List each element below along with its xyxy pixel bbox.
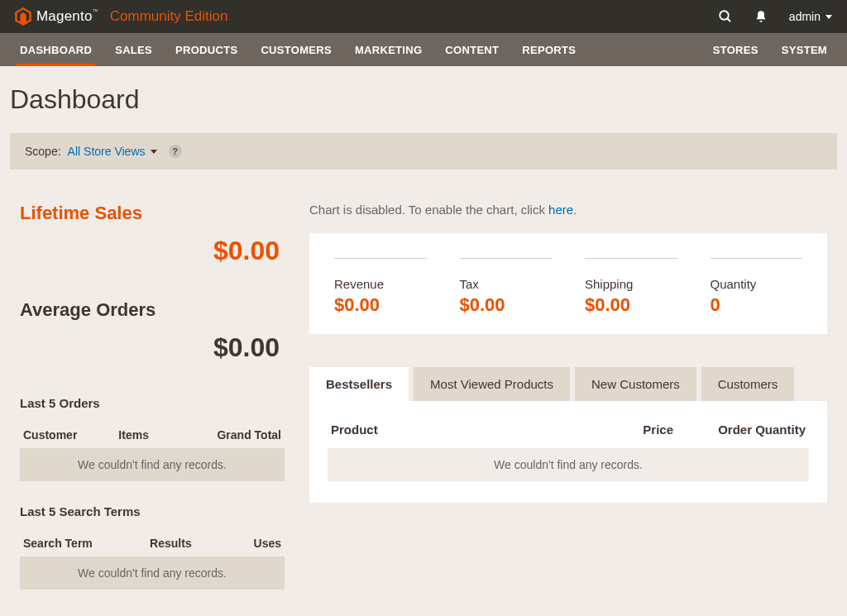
nav-products[interactable]: PRODUCTS [164, 33, 249, 66]
stat-label: Shipping [585, 277, 677, 291]
page-title: Dashboard [10, 84, 837, 115]
stat-shipping: Shipping $0.00 [585, 258, 677, 316]
nav-sales[interactable]: SALES [103, 33, 164, 66]
stat-label: Tax [460, 277, 553, 291]
svg-line-1 [727, 18, 730, 21]
nav-content[interactable]: CONTENT [433, 33, 510, 66]
col-price[interactable]: Price [577, 416, 677, 448]
stat-label: Quantity [711, 277, 803, 291]
sidebar-metrics: Lifetime Sales $0.00 Average Orders $0.0… [20, 203, 285, 613]
bell-icon[interactable] [754, 9, 768, 24]
average-orders-value: $0.00 [20, 332, 285, 363]
nav-system[interactable]: SYSTEM [770, 33, 839, 66]
stat-revenue: Revenue $0.00 [334, 258, 427, 316]
nav-stores[interactable]: STORES [701, 33, 770, 66]
col-results[interactable]: Results [146, 530, 227, 556]
col-product[interactable]: Product [328, 416, 577, 448]
search-icon[interactable] [718, 9, 733, 24]
last-searches-empty: We couldn't find any records. [20, 556, 285, 590]
tab-most-viewed[interactable]: Most Viewed Products [414, 367, 570, 401]
stat-tax: Tax $0.00 [460, 258, 553, 316]
stat-quantity: Quantity 0 [711, 258, 803, 316]
last-orders-section: Last 5 Orders Customer Items Grand Total… [20, 396, 285, 481]
brand-name: Magento™ [36, 8, 98, 25]
col-items[interactable]: Items [115, 422, 173, 448]
scope-bar: Scope: All Store Views ? [10, 133, 837, 170]
tab-new-customers[interactable]: New Customers [575, 367, 696, 401]
tabs: Bestsellers Most Viewed Products New Cus… [309, 367, 827, 401]
last-orders-empty: We couldn't find any records. [20, 448, 285, 481]
scope-value: All Store Views [68, 145, 146, 158]
tab-customers[interactable]: Customers [701, 367, 795, 401]
scope-label: Scope: [25, 145, 61, 158]
chart-notice: Chart is disabled. To enable the chart, … [309, 203, 827, 217]
last-searches-title: Last 5 Search Terms [20, 504, 285, 518]
bestsellers-empty: We couldn't find any records. [328, 448, 809, 481]
last-searches-section: Last 5 Search Terms Search Term Results … [20, 504, 285, 590]
main-nav: DASHBOARD SALES PRODUCTS CUSTOMERS MARKE… [0, 33, 847, 66]
nav-customers[interactable]: CUSTOMERS [249, 33, 343, 66]
nav-reports[interactable]: REPORTS [510, 33, 587, 66]
stat-label: Revenue [334, 277, 427, 291]
page-content: Dashboard Scope: All Store Views ? Lifet… [0, 66, 847, 613]
col-uses[interactable]: Uses [227, 530, 285, 556]
stat-value: $0.00 [585, 294, 677, 316]
topbar: Magento™ Community Edition admin [0, 0, 847, 33]
lifetime-sales-label: Lifetime Sales [20, 203, 285, 224]
help-icon[interactable]: ? [169, 145, 182, 158]
tab-bestsellers[interactable]: Bestsellers [309, 367, 409, 401]
col-search-term[interactable]: Search Term [20, 530, 146, 556]
stats-card: Revenue $0.00 Tax $0.00 Shipping $0.00 Q… [309, 233, 827, 334]
chevron-down-icon [825, 15, 832, 19]
main-dashboard: Chart is disabled. To enable the chart, … [309, 203, 827, 613]
col-customer[interactable]: Customer [20, 422, 115, 448]
stat-value: $0.00 [334, 294, 427, 316]
tab-panel: Product Price Order Quantity We couldn't… [309, 401, 827, 503]
magento-logo-icon [15, 7, 31, 26]
stat-value: 0 [711, 294, 803, 316]
nav-dashboard[interactable]: DASHBOARD [8, 33, 103, 66]
lifetime-sales-value: $0.00 [20, 236, 285, 266]
brand-logo[interactable]: Magento™ Community Edition [15, 7, 227, 26]
last-orders-title: Last 5 Orders [20, 396, 285, 410]
stat-value: $0.00 [460, 294, 553, 316]
scope-select[interactable]: All Store Views [68, 145, 157, 158]
nav-marketing[interactable]: MARKETING [343, 33, 433, 66]
chart-notice-suffix: . [573, 203, 577, 217]
svg-point-0 [720, 11, 729, 20]
chevron-down-icon [151, 150, 157, 154]
average-orders-label: Average Orders [20, 299, 285, 321]
col-grand-total[interactable]: Grand Total [173, 422, 285, 448]
chart-notice-text: Chart is disabled. To enable the chart, … [309, 203, 548, 217]
user-menu[interactable]: admin [789, 10, 832, 23]
user-name: admin [789, 10, 821, 23]
brand-edition: Community Edition [110, 8, 228, 25]
chart-enable-link[interactable]: here [548, 203, 573, 217]
col-order-quantity[interactable]: Order Quantity [677, 416, 809, 448]
